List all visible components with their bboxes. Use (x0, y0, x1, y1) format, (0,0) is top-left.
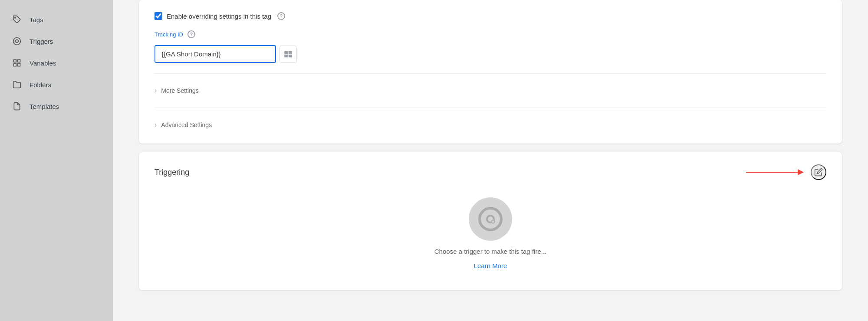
divider-2 (155, 108, 826, 108)
triggering-edit-button[interactable] (811, 164, 826, 180)
triggering-right (746, 164, 826, 180)
enable-override-checkbox[interactable] (155, 12, 162, 20)
svg-point-0 (15, 17, 16, 19)
divider-1 (155, 73, 826, 74)
sidebar-item-tags-label: Tags (30, 16, 43, 23)
advanced-settings-label: Advanced Settings (161, 121, 212, 128)
sidebar-item-variables[interactable]: Variables (0, 52, 113, 74)
sidebar-item-triggers[interactable]: Triggers (0, 30, 113, 52)
tracking-id-input-row (155, 45, 826, 63)
enable-override-help-icon[interactable]: ? (277, 12, 285, 20)
sidebar-item-templates[interactable]: Templates (0, 95, 113, 117)
arrow-head (798, 169, 804, 175)
sidebar-item-folders-label: Folders (30, 81, 51, 88)
tracking-id-label-row: Tracking ID ? (155, 30, 826, 38)
svg-point-2 (16, 40, 19, 43)
triggering-title: Triggering (155, 168, 189, 177)
svg-rect-8 (289, 51, 292, 53)
arrow-line (746, 172, 798, 173)
trigger-empty-state: Choose a trigger to make this tag fire..… (155, 197, 826, 278)
sidebar-item-variables-label: Variables (30, 59, 56, 67)
svg-rect-6 (18, 64, 20, 66)
tag-icon (12, 15, 22, 24)
trigger-empty-text: Choose a trigger to make this tag fire..… (434, 248, 546, 255)
enable-override-row: Enable overriding settings in this tag ? (155, 12, 826, 20)
triggering-header: Triggering (155, 164, 826, 180)
svg-rect-10 (289, 54, 292, 57)
svg-rect-3 (14, 60, 16, 62)
template-icon (12, 102, 22, 111)
folder-icon (12, 80, 22, 89)
svg-rect-7 (284, 51, 288, 53)
variable-icon (12, 58, 22, 68)
learn-more-link[interactable]: Learn More (474, 262, 507, 269)
sidebar-item-triggers-label: Triggers (30, 38, 53, 45)
sidebar-item-tags[interactable]: Tags (0, 9, 113, 30)
tracking-id-input[interactable] (155, 45, 276, 63)
svg-rect-4 (18, 60, 20, 62)
sidebar-item-templates-label: Templates (30, 103, 59, 110)
trigger-inner-circle (478, 207, 503, 231)
enable-override-label: Enable overriding settings in this tag (167, 13, 271, 20)
tracking-id-help-icon[interactable]: ? (187, 30, 195, 38)
more-settings-chevron-icon: › (155, 87, 157, 95)
tracking-card: Enable overriding settings in this tag ?… (139, 0, 842, 144)
trigger-icon (12, 36, 22, 46)
svg-point-1 (13, 38, 21, 45)
main-content: Enable overriding settings in this tag ?… (113, 0, 868, 321)
svg-rect-9 (284, 54, 288, 57)
red-arrow-indicator (746, 169, 804, 175)
variable-selector-button[interactable] (279, 46, 297, 63)
tracking-id-label-text: Tracking ID (155, 31, 183, 38)
sidebar-item-folders[interactable]: Folders (0, 74, 113, 95)
sidebar: Tags Triggers Variables Folders (0, 0, 113, 321)
svg-rect-5 (14, 64, 16, 66)
advanced-settings-chevron-icon: › (155, 121, 157, 129)
trigger-empty-icon (469, 197, 512, 241)
more-settings-label: More Settings (161, 87, 198, 94)
advanced-settings-row[interactable]: › Advanced Settings (155, 118, 826, 131)
more-settings-row[interactable]: › More Settings (155, 84, 826, 97)
triggering-card: Triggering (139, 152, 842, 290)
